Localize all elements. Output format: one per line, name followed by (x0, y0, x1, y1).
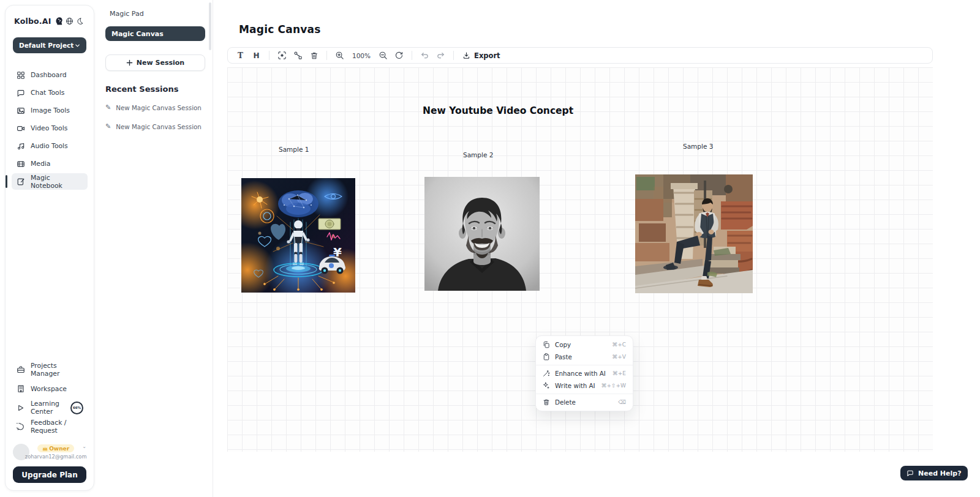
portrait-illustration (424, 177, 540, 291)
magic-canvas-grid[interactable]: New Youtube Video Concept Sample 1 Sampl… (227, 67, 933, 452)
sidebar-item-workspace[interactable]: Workspace (12, 381, 88, 396)
canvas-heading[interactable]: New Youtube Video Concept (423, 105, 573, 116)
sidebar-item-video-tools[interactable]: Video Tools (12, 120, 88, 136)
context-menu-delete[interactable]: Delete ⌫ (536, 396, 633, 408)
magic-pad-item[interactable]: Magic Pad (105, 9, 205, 18)
toolbar-separator (326, 51, 327, 60)
sidebar-item-label: Feedback / Request (31, 419, 83, 435)
sidebar-item-image-tools[interactable]: Image Tools (12, 102, 88, 119)
dashboard-icon (16, 70, 25, 80)
need-help-button[interactable]: Need Help? (900, 466, 968, 480)
heading-tool-button[interactable]: H (250, 49, 263, 62)
user-account-row[interactable]: Owner zoharvan12@gmail.com ⌄ (12, 440, 88, 465)
magic-canvas-item[interactable]: Magic Canvas (105, 26, 205, 41)
paste-icon (543, 353, 550, 361)
logo-row: Kolbo.AI (12, 15, 88, 26)
context-item-shortcut: ⌫ (618, 399, 626, 405)
recent-sessions-title: Recent Sessions (105, 84, 205, 94)
context-item-label: Paste (555, 353, 572, 361)
user-caret-icon: ⌄ (82, 444, 86, 449)
brain-logo-icon (54, 15, 64, 26)
connector-tool-button[interactable] (292, 49, 304, 62)
help-chat-icon (907, 469, 914, 477)
chevron-down-icon (75, 43, 80, 48)
reset-view-button[interactable] (393, 49, 405, 62)
context-item-shortcut: ⌘+E (612, 370, 626, 376)
export-button[interactable]: Export (460, 51, 503, 60)
zoom-in-button[interactable] (333, 49, 346, 62)
sidebar-item-label: Media (31, 160, 50, 168)
toolbar-separator (269, 51, 270, 60)
session-item-label: New Magic Canvas Session (116, 123, 202, 130)
sidebar-item-audio-tools[interactable]: Audio Tools (12, 138, 88, 154)
upgrade-plan-button[interactable]: Upgrade Plan (13, 466, 86, 483)
language-globe-icon[interactable] (64, 15, 75, 26)
sidebar-item-label: Video Tools (31, 124, 67, 132)
sparkles-icon (543, 382, 550, 389)
toolbar-separator (412, 51, 412, 60)
session-list-item[interactable]: ✎ New Magic Canvas Session (105, 122, 205, 130)
man-on-ruins-illustration (635, 174, 753, 293)
notebook-icon (16, 177, 25, 186)
context-menu-write-with-ai[interactable]: Write with AI ⌘+⇧+W (536, 379, 633, 392)
video-icon (16, 124, 25, 133)
zoom-level-value[interactable]: 100% (349, 52, 374, 59)
sidebar-item-feedback[interactable]: Feedback / Request (12, 419, 88, 434)
sidebar-item-label: Projects Manager (31, 362, 83, 378)
dark-mode-moon-icon[interactable] (75, 15, 85, 26)
context-item-label: Enhance with AI (555, 370, 606, 377)
undo-button[interactable] (418, 49, 431, 62)
ai-select-tool-button[interactable] (276, 49, 288, 62)
sidebar-nav: Dashboard Chat Tools Image Tools Video T… (12, 67, 88, 190)
brand-logo: Kolbo.AI (14, 17, 51, 26)
sidebar-item-label: Workspace (31, 385, 67, 393)
briefcase-icon (16, 365, 25, 375)
sidebar-item-label: Magic Notebook (31, 174, 83, 190)
redo-button[interactable] (434, 49, 447, 62)
session-list-item[interactable]: ✎ New Magic Canvas Session (105, 103, 205, 111)
context-item-label: Write with AI (555, 382, 595, 389)
sidebar-item-label: Chat Tools (31, 89, 64, 97)
pencil-icon: ✎ (105, 103, 111, 111)
toolbar-separator (453, 51, 454, 60)
sample-2-label[interactable]: Sample 2 (463, 151, 493, 159)
sidebar-item-learning-center[interactable]: Learning Center 66% (12, 400, 88, 415)
media-icon (16, 159, 25, 168)
context-item-shortcut: ⌘+C (612, 342, 626, 348)
sidebar-item-media[interactable]: Media (12, 155, 88, 172)
panel-scrollbar[interactable] (209, 2, 211, 50)
sidebar-item-dashboard[interactable]: Dashboard (12, 67, 88, 83)
sidebar-item-chat-tools[interactable]: Chat Tools (12, 84, 88, 101)
context-menu: Copy ⌘+C Paste ⌘+V Enhance with AI ⌘+E W… (535, 335, 633, 411)
sample-1-image[interactable]: ¥ (241, 178, 355, 293)
project-selector[interactable]: Default Project (13, 37, 86, 53)
text-tool-button[interactable]: T (234, 49, 247, 62)
ai-robot-illustration: ¥ (241, 178, 355, 293)
sidebar-item-projects-manager[interactable]: Projects Manager (12, 362, 88, 377)
new-session-label: New Session (137, 59, 184, 67)
copy-icon (543, 341, 550, 348)
context-menu-paste[interactable]: Paste ⌘+V (536, 351, 633, 363)
sidebar-item-label: Image Tools (31, 106, 70, 114)
sample-3-label[interactable]: Sample 3 (683, 143, 713, 150)
building-icon (16, 384, 25, 394)
delete-tool-button[interactable] (307, 49, 320, 62)
sidebar-item-magic-notebook[interactable]: Magic Notebook (12, 173, 88, 190)
sample-2-image[interactable] (424, 177, 540, 291)
play-icon (16, 403, 25, 413)
trash-icon (543, 398, 550, 406)
sample-1-label[interactable]: Sample 1 (279, 146, 309, 153)
app-root: Kolbo.AI Default Project Dashboard (0, 0, 980, 497)
session-item-label: New Magic Canvas Session (116, 104, 202, 111)
context-menu-enhance-with-ai[interactable]: Enhance with AI ⌘+E (536, 367, 633, 379)
sidebar-item-label: Dashboard (31, 71, 67, 79)
magic-wand-icon (543, 370, 550, 377)
zoom-out-button[interactable] (377, 49, 390, 62)
context-menu-divider (536, 394, 633, 394)
new-session-button[interactable]: New Session (105, 54, 205, 71)
sample-3-image[interactable] (635, 174, 753, 293)
crown-icon (42, 446, 48, 451)
need-help-label: Need Help? (918, 469, 962, 477)
project-selector-label: Default Project (19, 42, 74, 49)
context-menu-copy[interactable]: Copy ⌘+C (536, 338, 633, 351)
